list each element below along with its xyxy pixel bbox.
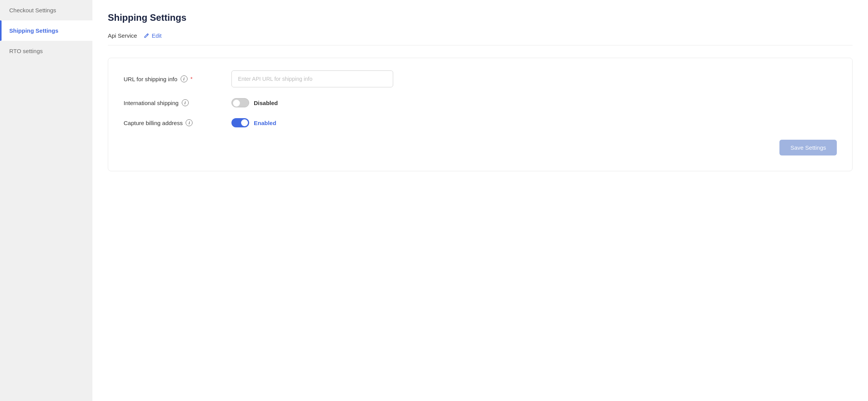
url-field-row: URL for shipping info i * bbox=[124, 70, 837, 87]
international-shipping-toggle-container: Disabled bbox=[231, 98, 278, 107]
capture-billing-toggle-container: Enabled bbox=[231, 118, 276, 127]
international-shipping-label-text: International shipping bbox=[124, 100, 179, 106]
edit-button[interactable]: Edit bbox=[143, 32, 162, 39]
url-field-label: URL for shipping info i * bbox=[124, 75, 231, 82]
sidebar-item-shipping-settings[interactable]: Shipping Settings bbox=[0, 20, 92, 41]
edit-label: Edit bbox=[152, 32, 162, 39]
section-api-service-label: Api Service bbox=[108, 32, 137, 39]
url-label-text: URL for shipping info bbox=[124, 76, 178, 82]
save-settings-button[interactable]: Save Settings bbox=[779, 140, 837, 155]
url-info-icon[interactable]: i bbox=[181, 75, 188, 82]
capture-billing-info-icon[interactable]: i bbox=[186, 119, 193, 126]
main-content: Shipping Settings Api Service Edit URL f… bbox=[92, 0, 868, 401]
capture-billing-label: Capture billing address i bbox=[124, 119, 231, 126]
capture-billing-toggle[interactable] bbox=[231, 118, 249, 127]
international-shipping-status: Disabled bbox=[254, 100, 278, 106]
app-container: Checkout Settings Shipping Settings RTO … bbox=[0, 0, 868, 401]
international-shipping-info-icon[interactable]: i bbox=[182, 99, 189, 106]
capture-billing-track bbox=[231, 118, 249, 127]
international-shipping-row: International shipping i Disabled bbox=[124, 98, 837, 107]
international-shipping-thumb bbox=[233, 100, 240, 107]
page-title: Shipping Settings bbox=[108, 12, 853, 23]
international-shipping-label: International shipping i bbox=[124, 99, 231, 106]
sidebar: Checkout Settings Shipping Settings RTO … bbox=[0, 0, 92, 401]
capture-billing-thumb bbox=[241, 119, 248, 126]
capture-billing-label-text: Capture billing address bbox=[124, 120, 183, 126]
capture-billing-status: Enabled bbox=[254, 120, 276, 126]
international-shipping-toggle[interactable] bbox=[231, 98, 249, 107]
capture-billing-row: Capture billing address i Enabled bbox=[124, 118, 837, 127]
section-header: Api Service Edit bbox=[108, 32, 853, 45]
international-shipping-track bbox=[231, 98, 249, 107]
sidebar-item-checkout-settings[interactable]: Checkout Settings bbox=[0, 0, 92, 20]
sidebar-item-rto-settings[interactable]: RTO settings bbox=[0, 41, 92, 61]
form-section: URL for shipping info i * International … bbox=[108, 58, 853, 171]
save-btn-container: Save Settings bbox=[124, 140, 837, 155]
required-star: * bbox=[191, 76, 193, 82]
edit-icon bbox=[143, 33, 149, 39]
url-input[interactable] bbox=[231, 70, 393, 87]
